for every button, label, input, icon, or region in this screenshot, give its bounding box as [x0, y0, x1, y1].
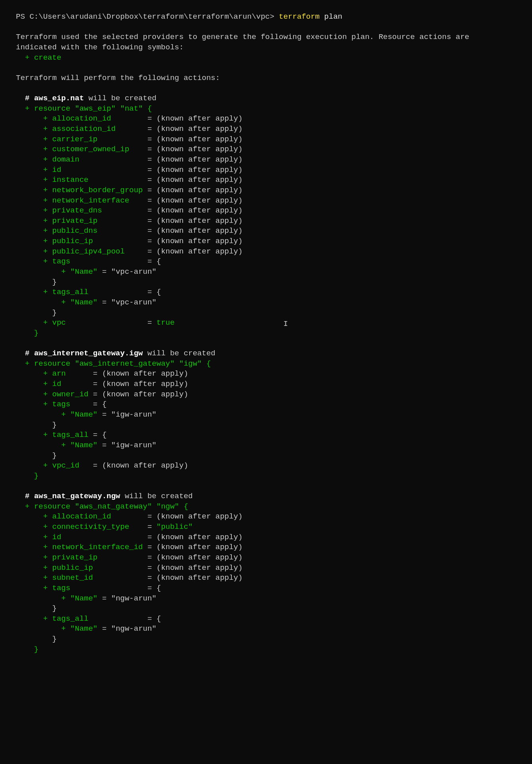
prompt-path: C:\Users\arudani\Dropbox\terraform\terra… [29, 12, 274, 21]
equals-icon: = [148, 166, 152, 174]
equals-icon: = [148, 543, 152, 552]
symbol-create: create [34, 53, 61, 62]
plus-icon: + [43, 543, 47, 552]
close-brace: } [52, 278, 56, 286]
close-brace: } [52, 604, 56, 613]
plus-icon: + [25, 502, 29, 511]
equals-icon: = [148, 522, 152, 531]
open-brace: { [157, 257, 161, 266]
plus-icon: + [43, 145, 47, 154]
close-brace: } [52, 635, 56, 643]
plus-icon: + [43, 431, 47, 439]
plus-icon: + [61, 441, 66, 450]
attr-name: private_ip [52, 553, 143, 562]
plus-icon: + [25, 53, 29, 62]
plus-icon: + [43, 288, 47, 296]
resource-type: "aws_nat_gateway" [75, 502, 152, 511]
equals-icon: = [102, 410, 107, 419]
equals-icon: = [148, 216, 152, 225]
attr-name: tags_all [52, 288, 143, 296]
plus-icon: + [43, 135, 47, 144]
attr-name: instance [52, 175, 143, 184]
resource-id: "nat" [120, 104, 143, 113]
plus-icon: + [43, 186, 47, 195]
resource-type: "aws_eip" [75, 104, 116, 113]
hash-icon: # [25, 349, 34, 358]
plus-icon: + [43, 584, 47, 592]
plus-icon: + [43, 125, 47, 133]
tag-value: "igw-arun" [111, 410, 156, 419]
plus-icon: + [61, 594, 66, 603]
known-after-apply: (known after apply) [157, 114, 243, 123]
will-be-created: will be created [120, 492, 192, 501]
equals-icon: = [148, 145, 152, 154]
plus-icon: + [61, 267, 66, 276]
equals-icon: = [148, 155, 152, 164]
attr-name: customer_owned_ip [52, 145, 143, 154]
text-cursor-icon: I [283, 319, 288, 329]
resource-id: "igw" [179, 359, 202, 368]
plus-icon: + [43, 237, 47, 246]
known-after-apply: (known after apply) [157, 553, 243, 562]
tag-key: "Name" [70, 624, 97, 633]
known-after-apply: (known after apply) [157, 226, 243, 235]
equals-icon: = [148, 288, 152, 296]
equals-icon: = [148, 584, 152, 592]
attr-name: arn [52, 369, 88, 378]
attr-name: public_ip [52, 563, 143, 572]
attr-name: tags [52, 257, 143, 266]
plus-icon: + [43, 380, 47, 388]
open-brace: { [102, 431, 107, 439]
tag-key: "Name" [70, 441, 97, 450]
attr-name: id [52, 533, 143, 542]
open-brace: { [157, 584, 161, 592]
equals-icon: = [102, 298, 107, 307]
plus-icon: + [43, 461, 47, 470]
attr-name: public_ipv4_pool [52, 247, 143, 256]
known-after-apply: (known after apply) [157, 125, 243, 133]
attr-name: public_ip [52, 237, 143, 246]
known-after-apply: (known after apply) [157, 563, 243, 572]
known-after-apply: (known after apply) [157, 175, 243, 184]
open-brace: { [184, 502, 188, 511]
plus-icon: + [43, 573, 47, 582]
plus-icon: + [61, 624, 66, 633]
open-brace: { [157, 614, 161, 623]
close-brace: } [52, 421, 56, 429]
known-after-apply: (known after apply) [102, 461, 188, 470]
equals-icon: = [148, 206, 152, 215]
resource-id: "ngw" [157, 502, 179, 511]
equals-icon: = [148, 125, 152, 133]
close-brace: } [34, 472, 39, 480]
tag-key: "Name" [70, 298, 97, 307]
plus-icon: + [43, 512, 47, 521]
equals-icon: = [148, 573, 152, 582]
equals-icon: = [148, 563, 152, 572]
attr-name: tags_all [52, 431, 88, 439]
command-main[interactable]: terraform [279, 12, 320, 21]
plus-icon: + [43, 318, 47, 327]
tag-value: "ngw-arun" [111, 624, 156, 633]
tag-value: "ngw-arun" [111, 594, 156, 603]
equals-icon: = [148, 533, 152, 542]
known-after-apply: (known after apply) [157, 166, 243, 174]
resource-name-eip: aws_eip.nat [34, 94, 84, 103]
known-after-apply: (known after apply) [157, 237, 243, 246]
equals-icon: = [93, 380, 97, 388]
attr-name: network_border_group [52, 186, 143, 195]
attr-name: allocation_id [52, 512, 143, 521]
resource-type: "aws_internet_gateway" [75, 359, 175, 368]
known-after-apply: (known after apply) [102, 380, 188, 388]
attr-name: subnet_id [52, 573, 143, 582]
plus-icon: + [43, 369, 47, 378]
resource-name-ngw: aws_nat_gateway.ngw [34, 492, 120, 501]
attr-name: association_id [52, 125, 143, 133]
attr-name: vpc [52, 318, 143, 327]
prompt-prefix: PS [16, 12, 29, 21]
command-arg[interactable]: plan [324, 12, 342, 21]
plus-icon: + [43, 257, 47, 266]
hash-icon: # [25, 94, 34, 103]
plus-icon: + [43, 216, 47, 225]
close-brace: } [34, 329, 39, 337]
plus-icon: + [43, 206, 47, 215]
